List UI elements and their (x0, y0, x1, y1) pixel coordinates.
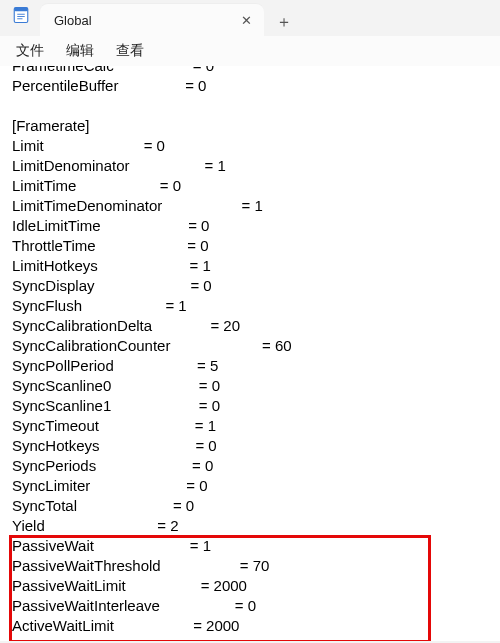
tab-title: Global (54, 13, 238, 28)
titlebar: Global ✕ ＋ (0, 0, 500, 36)
editor-line: LimitDenominator = 1 (12, 156, 488, 176)
editor-line: PassiveWaitInterleave = 0 (12, 596, 488, 616)
editor-line: LimitHotkeys = 1 (12, 256, 488, 276)
editor-line: SyncTimeout = 1 (12, 416, 488, 436)
svg-rect-1 (14, 8, 28, 12)
editor-line: SyncPeriods = 0 (12, 456, 488, 476)
editor-line: SyncCalibrationCounter = 60 (12, 336, 488, 356)
editor-line: PassiveWaitLimit = 2000 (12, 576, 488, 596)
editor-line: SyncCalibrationDelta = 20 (12, 316, 488, 336)
editor-line: SyncLimiter = 0 (12, 476, 488, 496)
editor-line: LimitTime = 0 (12, 176, 488, 196)
editor-line: SyncFlush = 1 (12, 296, 488, 316)
editor-line: IdleLimitTime = 0 (12, 216, 488, 236)
editor-line: SyncScanline0 = 0 (12, 376, 488, 396)
tab-global[interactable]: Global ✕ (40, 4, 264, 36)
menu-view[interactable]: 查看 (116, 42, 144, 60)
editor-line: PassiveWaitThreshold = 70 (12, 556, 488, 576)
close-icon[interactable]: ✕ (238, 12, 254, 28)
editor-line: ActiveWaitLimit = 2000 (12, 616, 488, 636)
editor-line: Yield = 2 (12, 516, 488, 536)
editor-line: SyncScanline1 = 0 (12, 396, 488, 416)
editor-line: SyncHotkeys = 0 (12, 436, 488, 456)
editor-line: LimitTimeDenominator = 1 (12, 196, 488, 216)
menu-file[interactable]: 文件 (16, 42, 44, 60)
editor-line: [Framerate] (12, 116, 488, 136)
notepad-icon (12, 6, 30, 24)
editor-content[interactable]: FrametimeCalc = 0PercentileBuffer = 0 [F… (0, 66, 500, 641)
editor-viewport: FrametimeCalc = 0PercentileBuffer = 0 [F… (0, 66, 500, 641)
editor-line: HighResolutionTimer = 1 (12, 636, 488, 641)
menu-edit[interactable]: 编辑 (66, 42, 94, 60)
menubar: 文件 编辑 查看 (0, 36, 500, 66)
new-tab-button[interactable]: ＋ (270, 8, 298, 36)
editor-line (12, 96, 488, 116)
editor-line: FrametimeCalc = 0 (12, 66, 488, 76)
editor-line: PassiveWait = 1 (12, 536, 488, 556)
editor-line: Limit = 0 (12, 136, 488, 156)
editor-line: ThrottleTime = 0 (12, 236, 488, 256)
editor-line: PercentileBuffer = 0 (12, 76, 488, 96)
editor-line: SyncDisplay = 0 (12, 276, 488, 296)
editor-line: SyncPollPeriod = 5 (12, 356, 488, 376)
editor-line: SyncTotal = 0 (12, 496, 488, 516)
